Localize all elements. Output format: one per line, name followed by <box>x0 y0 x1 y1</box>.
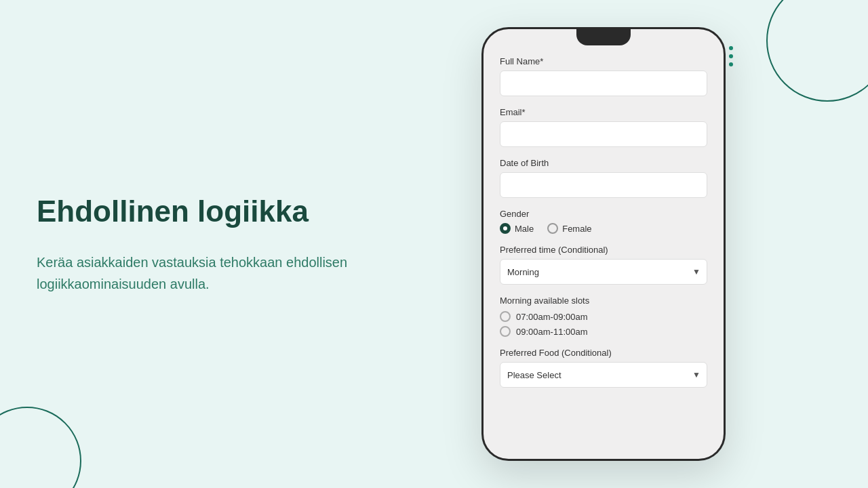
gender-male-label: Male <box>515 224 534 234</box>
dob-group: Date of Birth <box>500 158 707 198</box>
slot2-option[interactable]: 09:00am-11:00am <box>500 326 707 337</box>
preferred-time-group: Preferred time (Conditional) Morning Aft… <box>500 245 707 285</box>
email-label: Email* <box>500 107 707 117</box>
phone-mockup: Full Name* Email* Date of Birth Gender M… <box>481 27 726 461</box>
morning-slots-title: Morning available slots <box>500 296 707 306</box>
phone-content: Full Name* Email* Date of Birth Gender M… <box>484 45 724 409</box>
preferred-food-group: Preferred Food (Conditional) Please Sele… <box>500 348 707 388</box>
description: Keräa asiakkaiden vastauksia tehokkaan e… <box>37 251 362 294</box>
gender-options: Male Female <box>500 223 707 234</box>
dob-input[interactable] <box>500 172 707 198</box>
left-content: Ehdollinen logiikka Keräa asiakkaiden va… <box>37 194 362 295</box>
gender-group: Gender Male Female <box>500 209 707 234</box>
gender-male-option[interactable]: Male <box>500 223 534 234</box>
deco-circle-bottom-left <box>0 407 81 488</box>
phone-notch <box>576 29 631 45</box>
slot1-option[interactable]: 07:00am-09:00am <box>500 311 707 322</box>
preferred-time-select-wrapper: Morning Afternoon Evening ▼ <box>500 259 707 285</box>
gender-female-option[interactable]: Female <box>547 223 591 234</box>
preferred-food-select-wrapper: Please Select Vegetarian Non-Vegetarian … <box>500 362 707 388</box>
morning-slots-section: Morning available slots 07:00am-09:00am … <box>500 296 707 337</box>
deco-circle-top-right <box>766 0 868 102</box>
full-name-input[interactable] <box>500 70 707 96</box>
email-input[interactable] <box>500 121 707 147</box>
gender-male-radio[interactable] <box>500 223 511 234</box>
gender-label: Gender <box>500 209 707 219</box>
main-title: Ehdollinen logiikka <box>37 194 362 230</box>
full-name-label: Full Name* <box>500 56 707 66</box>
preferred-time-select[interactable]: Morning Afternoon Evening <box>500 259 707 285</box>
dob-label: Date of Birth <box>500 158 707 168</box>
gender-female-radio[interactable] <box>547 223 558 234</box>
slot1-label: 07:00am-09:00am <box>516 312 588 322</box>
slot2-radio[interactable] <box>500 326 511 337</box>
preferred-time-label: Preferred time (Conditional) <box>500 245 707 255</box>
slot2-label: 09:00am-11:00am <box>516 327 588 337</box>
slot1-radio[interactable] <box>500 311 511 322</box>
preferred-food-label: Preferred Food (Conditional) <box>500 348 707 358</box>
gender-female-label: Female <box>562 224 591 234</box>
email-group: Email* <box>500 107 707 147</box>
preferred-food-select[interactable]: Please Select Vegetarian Non-Vegetarian … <box>500 362 707 388</box>
full-name-group: Full Name* <box>500 56 707 96</box>
